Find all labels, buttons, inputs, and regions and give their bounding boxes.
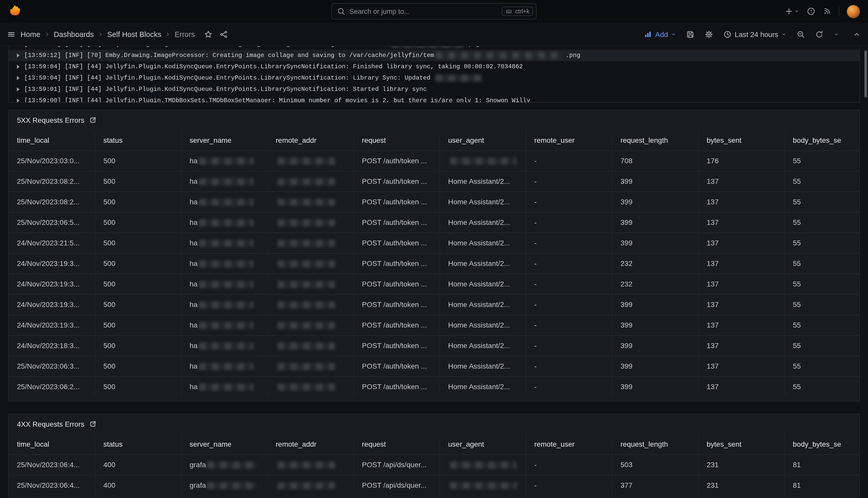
column-header-user_agent[interactable]: user_agent bbox=[440, 130, 526, 150]
table-row: 24/Nov/2023:19:3...500haPOST /auth/token… bbox=[9, 274, 860, 294]
external-link-icon[interactable] bbox=[89, 117, 96, 124]
external-link-icon[interactable] bbox=[89, 420, 96, 428]
column-header-remote_user[interactable]: remote_user bbox=[526, 130, 612, 150]
news-button[interactable] bbox=[823, 7, 831, 15]
table-cell: POST /auth/token ... bbox=[353, 294, 440, 315]
refresh-button[interactable] bbox=[812, 27, 827, 41]
table-cell: 500 bbox=[95, 356, 181, 376]
column-header-time_local[interactable]: time_local bbox=[9, 130, 95, 150]
panel-title[interactable]: 4XX Requests Errors bbox=[17, 420, 84, 428]
help-button[interactable]: ? bbox=[807, 7, 815, 15]
column-header-request[interactable]: request bbox=[353, 434, 440, 454]
table-cell: 24/Nov/2023:19:3... bbox=[9, 253, 95, 274]
add-new-button[interactable] bbox=[785, 7, 799, 15]
log-line[interactable]: [13:59:14] [INF] [70] Emby.Drawing.Image… bbox=[9, 46, 859, 50]
column-header-status[interactable]: status bbox=[95, 130, 181, 150]
time-range-picker[interactable]: Last 24 hours bbox=[720, 27, 790, 41]
expand-caret-icon[interactable] bbox=[17, 53, 19, 57]
table-cell: 25/Nov/2023:03:0... bbox=[9, 150, 95, 171]
table-cell: 24/Nov/2023:19:3... bbox=[9, 274, 95, 294]
breadcrumb-dashboards[interactable]: Dashboards bbox=[54, 30, 94, 38]
table-cell: 25/Nov/2023:06:4... bbox=[9, 454, 95, 475]
table-cell: Home Assistant/2... bbox=[440, 212, 526, 233]
cell-text: 500 bbox=[103, 383, 116, 391]
column-header-bytes_sent[interactable]: bytes_sent bbox=[698, 434, 784, 454]
table-row: 25/Nov/2023:06:4...400grafaPOST /api/ds/… bbox=[9, 475, 860, 495]
table-cell: 24/Nov/2023:21:5... bbox=[9, 233, 95, 253]
redacted-block bbox=[199, 158, 254, 165]
cell-text: 176 bbox=[707, 157, 719, 165]
table-row: 24/Nov/2023:19:3...500haPOST /auth/token… bbox=[9, 253, 860, 274]
logs-panel: [13:59:14] [INF] [70] Emby.Drawing.Image… bbox=[8, 46, 860, 103]
table-cell: 500 bbox=[95, 335, 181, 356]
table-cell: 399 bbox=[612, 171, 698, 192]
log-line[interactable]: [13:59:04] [INF] [44] Jellyfin.Plugin.Ko… bbox=[9, 73, 859, 84]
grafana-logo[interactable] bbox=[8, 5, 22, 18]
search-input[interactable]: Search or jump to... ctrl+k bbox=[331, 3, 537, 19]
log-line[interactable]: [13:59:01] [INF] [44] Jellyfin.Plugin.Ko… bbox=[9, 84, 859, 95]
collapse-toolbar-button[interactable] bbox=[853, 30, 861, 38]
table-cell: 55 bbox=[784, 192, 860, 212]
column-header-body_bytes_se[interactable]: body_bytes_se bbox=[784, 130, 860, 150]
table-cell bbox=[440, 475, 526, 495]
table-cell bbox=[267, 356, 353, 376]
refresh-interval-dropdown[interactable] bbox=[830, 29, 842, 39]
column-header-body_bytes_se[interactable]: body_bytes_se bbox=[784, 434, 860, 454]
user-avatar[interactable] bbox=[847, 5, 860, 18]
log-line[interactable]: [13:59:12] [INF] [70] Emby.Drawing.Image… bbox=[9, 50, 859, 61]
breadcrumb-self-host-blocks[interactable]: Self Host Blocks bbox=[107, 30, 161, 38]
column-header-remote_addr[interactable]: remote_addr bbox=[267, 130, 353, 150]
column-header-remote_user[interactable]: remote_user bbox=[526, 434, 612, 454]
chevron-right-icon bbox=[97, 31, 104, 37]
log-line[interactable]: [13:59:04] [INF] [44] Jellyfin.Plugin.Ko… bbox=[9, 61, 859, 73]
table-row: 24/Nov/2023:19:3...500haPOST /auth/token… bbox=[9, 294, 860, 315]
breadcrumb-home[interactable]: Home bbox=[21, 30, 40, 38]
cell-text: ha bbox=[190, 321, 198, 329]
column-header-request_length[interactable]: request_length bbox=[612, 434, 698, 454]
star-icon[interactable] bbox=[204, 30, 212, 38]
cell-text: - bbox=[534, 300, 537, 309]
save-dashboard-button[interactable] bbox=[683, 27, 698, 41]
log-text: [13:59:12] [INF] [70] Emby.Drawing.Image… bbox=[24, 52, 434, 59]
dashboard-settings-button[interactable] bbox=[701, 27, 717, 41]
cell-text: 231 bbox=[707, 481, 719, 489]
expand-caret-icon[interactable] bbox=[17, 65, 19, 69]
page-scrollbar-thumb[interactable] bbox=[864, 50, 867, 97]
menu-toggle-button[interactable] bbox=[7, 30, 15, 38]
column-header-request[interactable]: request bbox=[353, 130, 440, 150]
share-icon[interactable] bbox=[220, 30, 228, 38]
table-cell: grafa bbox=[181, 475, 267, 495]
table-cell: 137 bbox=[698, 212, 784, 233]
column-header-remote_addr[interactable]: remote_addr bbox=[267, 434, 353, 454]
expand-caret-icon[interactable] bbox=[17, 99, 19, 103]
redacted-block bbox=[450, 482, 516, 489]
column-header-server_name[interactable]: server_name bbox=[181, 130, 267, 150]
column-header-request_length[interactable]: request_length bbox=[612, 130, 698, 150]
expand-caret-icon[interactable] bbox=[17, 87, 19, 91]
cell-text: 500 bbox=[103, 259, 116, 267]
log-line[interactable]: [13:59:00] [INF] [44] Jellyfin.Plugin.TM… bbox=[9, 95, 859, 103]
table-cell: 25/Nov/2023:06:4... bbox=[9, 475, 95, 495]
column-header-bytes_sent[interactable]: bytes_sent bbox=[698, 130, 784, 150]
cell-text: POST /api/ds/quer... bbox=[362, 481, 426, 489]
table-row: 24/Nov/2023:21:5...500haPOST /auth/token… bbox=[9, 233, 860, 253]
column-header-status[interactable]: status bbox=[95, 434, 181, 454]
cell-text: Home Assistant/2... bbox=[448, 177, 510, 185]
table-cell: - bbox=[526, 315, 612, 335]
column-header-server_name[interactable]: server_name bbox=[181, 434, 267, 454]
cell-text: 24/Nov/2023:18:3... bbox=[17, 341, 80, 350]
zoom-out-time-button[interactable] bbox=[793, 27, 809, 41]
column-header-user_agent[interactable]: user_agent bbox=[440, 434, 526, 454]
table-cell: ha bbox=[181, 171, 267, 192]
table-cell: 500 bbox=[95, 376, 181, 397]
add-panel-button[interactable]: Add bbox=[640, 27, 680, 41]
expand-caret-icon[interactable] bbox=[17, 76, 19, 80]
table-cell: 24/Nov/2023:19:3... bbox=[9, 315, 95, 335]
gear-icon bbox=[705, 30, 713, 38]
plus-icon bbox=[785, 7, 793, 15]
panel-title[interactable]: 5XX Requests Errors bbox=[17, 116, 84, 124]
table-cell bbox=[267, 150, 353, 171]
table-cell: 55 bbox=[784, 356, 860, 376]
cell-text: - bbox=[534, 218, 537, 226]
column-header-time_local[interactable]: time_local bbox=[9, 434, 95, 454]
